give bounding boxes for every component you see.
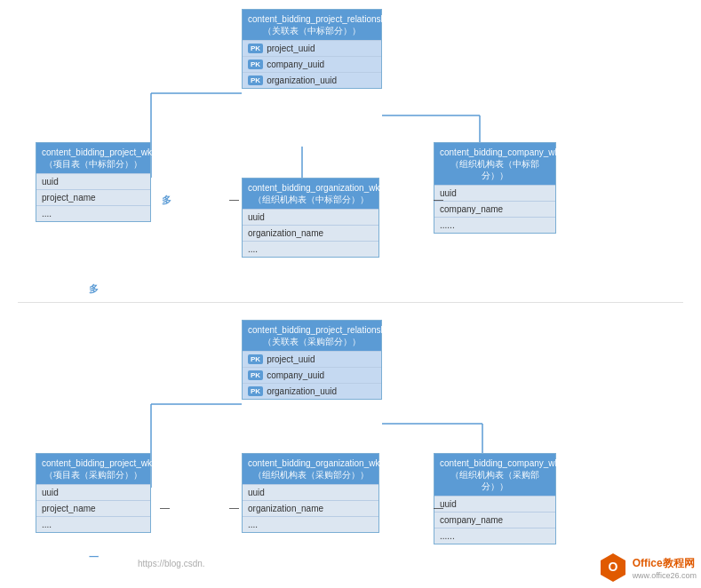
top-mult-many1: 多 bbox=[162, 194, 171, 207]
table-row: PK project_uuid bbox=[243, 351, 381, 367]
watermark-site: Office教程网 bbox=[633, 556, 697, 571]
top-company-table: content_bidding_company_wkf2 （组织机构表（中标部分… bbox=[434, 142, 556, 234]
pk-badge: PK bbox=[248, 354, 263, 364]
pk-badge: PK bbox=[248, 386, 263, 396]
section-divider bbox=[18, 302, 683, 303]
bottom-project-body: uuid project_name .... bbox=[36, 484, 150, 532]
table-row: ...... bbox=[434, 217, 555, 233]
top-org-body: uuid organization_name .... bbox=[243, 209, 378, 257]
bottom-org-header: content_bidding_organization_wkf2 （组织机构表… bbox=[243, 454, 378, 484]
bottom-dash2: — bbox=[434, 502, 443, 513]
table-row: PK organization_uuid bbox=[243, 383, 381, 399]
table-row: project_name bbox=[36, 189, 150, 205]
bottom-junction-header: content_bidding_project_relationship_com… bbox=[243, 321, 381, 351]
top-company-body: uuid company_name ...... bbox=[434, 185, 555, 233]
table-row: .... bbox=[243, 516, 378, 532]
watermark-site-url: www.office26.com bbox=[633, 571, 697, 580]
office-logo-icon: O bbox=[597, 552, 629, 584]
top-junction-header: content_bidding_project_relationship_com… bbox=[243, 10, 381, 40]
bottom-project-table: content_bidding_project_wkf2 （项目表（采购部分））… bbox=[36, 453, 151, 533]
table-row: organization_name bbox=[243, 500, 378, 516]
top-org-header: content_bidding_organization_wkf2 （组织机构表… bbox=[243, 179, 378, 209]
table-row: PK organization_uuid bbox=[243, 72, 381, 88]
top-mult-many2: 多 bbox=[89, 282, 99, 296]
top-junction-table: content_bidding_project_relationship_com… bbox=[242, 9, 382, 89]
table-row: uuid bbox=[434, 185, 555, 201]
table-row: uuid bbox=[434, 496, 555, 512]
bottom-mult-one2: 一 bbox=[89, 551, 99, 564]
top-org-table: content_bidding_organization_wkf2 （组织机构表… bbox=[242, 178, 379, 258]
bottom-org-table: content_bidding_organization_wkf2 （组织机构表… bbox=[242, 453, 379, 533]
table-row: .... bbox=[36, 516, 150, 532]
table-row: company_name bbox=[434, 201, 555, 217]
table-row: PK project_uuid bbox=[243, 40, 381, 56]
table-row: ...... bbox=[434, 528, 555, 544]
top-junction-body: PK project_uuid PK company_uuid PK organ… bbox=[243, 40, 381, 88]
top-dash2: — bbox=[434, 194, 443, 204]
pk-badge: PK bbox=[248, 44, 263, 53]
bottom-junction-body: PK project_uuid PK company_uuid PK organ… bbox=[243, 351, 381, 399]
table-row: uuid bbox=[243, 209, 378, 225]
top-dash1: — bbox=[229, 194, 239, 204]
pk-badge: PK bbox=[248, 370, 263, 380]
table-row: uuid bbox=[36, 484, 150, 500]
pk-badge: PK bbox=[248, 75, 263, 85]
table-row: organization_name bbox=[243, 225, 378, 241]
bottom-mult-one: — bbox=[229, 502, 239, 513]
watermark-url: https://blog.csdn. bbox=[138, 559, 205, 568]
table-row: company_name bbox=[434, 512, 555, 528]
table-row: .... bbox=[36, 205, 150, 221]
top-project-table: content_bidding_project_wkf2 （项目表（中标部分））… bbox=[36, 142, 151, 222]
svg-text:O: O bbox=[608, 560, 617, 574]
top-project-header: content_bidding_project_wkf2 （项目表（中标部分）） bbox=[36, 143, 150, 173]
bottom-junction-table: content_bidding_project_relationship_com… bbox=[242, 320, 382, 400]
bottom-project-header: content_bidding_project_wkf2 （项目表（采购部分）） bbox=[36, 454, 150, 484]
top-company-header: content_bidding_company_wkf2 （组织机构表（中标部分… bbox=[434, 143, 555, 185]
table-row: project_name bbox=[36, 500, 150, 516]
watermark: O Office教程网 www.office26.com bbox=[597, 552, 697, 584]
bottom-company-body: uuid company_name ...... bbox=[434, 496, 555, 544]
table-row: uuid bbox=[243, 484, 378, 500]
bottom-company-header: content_bidding_company_wkf2 （组织机构表（采购部分… bbox=[434, 454, 555, 496]
pk-badge: PK bbox=[248, 60, 263, 69]
bottom-company-table: content_bidding_company_wkf2 （组织机构表（采购部分… bbox=[434, 453, 556, 544]
bottom-org-body: uuid organization_name .... bbox=[243, 484, 378, 532]
table-row: PK company_uuid bbox=[243, 56, 381, 72]
top-project-body: uuid project_name .... bbox=[36, 173, 150, 221]
table-row: uuid bbox=[36, 173, 150, 189]
diagram-container: content_bidding_project_relationship_com… bbox=[0, 0, 701, 588]
table-row: PK company_uuid bbox=[243, 367, 381, 383]
bottom-dash1: — bbox=[160, 502, 170, 513]
table-row: .... bbox=[243, 241, 378, 257]
